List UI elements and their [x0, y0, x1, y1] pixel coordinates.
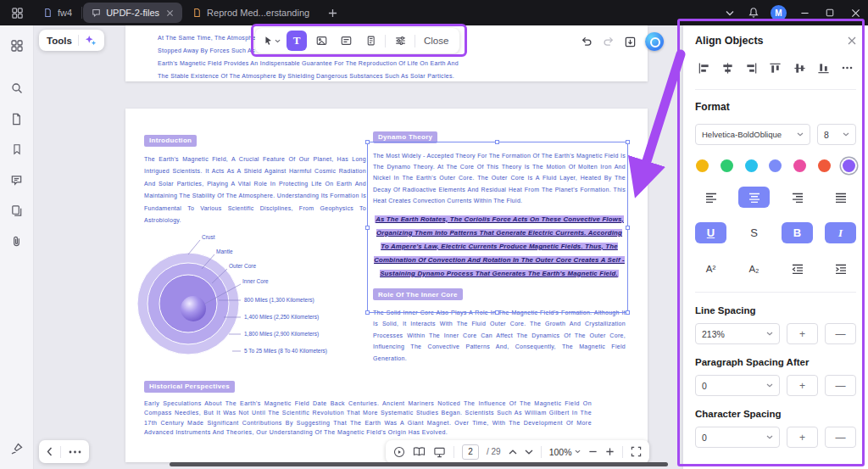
zoom-out-icon[interactable] — [588, 447, 598, 456]
select-tool-button[interactable] — [262, 31, 282, 51]
window-close-button[interactable] — [843, 0, 868, 25]
collapse-chevron-left-icon[interactable] — [47, 447, 53, 456]
text-align-right-button[interactable] — [782, 187, 813, 208]
selection-handle[interactable] — [626, 140, 630, 144]
page-tool-button[interactable] — [360, 31, 381, 51]
comments-icon[interactable] — [5, 168, 29, 192]
selection-handle[interactable] — [626, 226, 630, 230]
character-spacing-decrease-button[interactable]: — — [825, 427, 856, 448]
paragraph-spacing-select[interactable]: 0 — [695, 375, 780, 396]
align-top-icon[interactable] — [767, 59, 784, 76]
subscript-button[interactable]: A₂ — [738, 258, 770, 279]
dynamo-theory-heading[interactable]: Dynamo Theory — [373, 131, 437, 143]
paragraph-spacing-increase-button[interactable]: + — [787, 375, 818, 396]
ai-sparkle-icon[interactable] — [85, 35, 97, 47]
introduction-paragraph[interactable]: The Earth's Magnetic Field, A Crucial Fe… — [144, 154, 366, 227]
strikethrough-button[interactable]: S — [738, 222, 770, 243]
bold-button[interactable]: B — [782, 222, 813, 243]
text-align-center-button[interactable] — [738, 187, 770, 208]
close-edit-mode-button[interactable]: Close — [420, 36, 453, 46]
align-center-horizontal-icon[interactable] — [719, 59, 736, 76]
paragraph-spacing-decrease-button[interactable]: — — [825, 375, 856, 396]
inner-core-heading[interactable]: Role Of The Inner Core — [373, 288, 463, 300]
text-tool-button[interactable]: T — [287, 31, 307, 51]
color-swatch-pink[interactable] — [793, 159, 806, 172]
document-canvas[interactable]: At The Same Time, The Atmosphe Stopped A… — [34, 25, 683, 469]
selection-handle[interactable] — [626, 310, 630, 315]
attachment-paperclip-icon[interactable] — [5, 229, 29, 253]
signature-pen-icon[interactable] — [5, 437, 29, 461]
fit-page-icon[interactable] — [631, 446, 642, 457]
notifications-bell-icon[interactable] — [742, 0, 765, 25]
auto-scroll-play-icon[interactable] — [393, 446, 405, 458]
dynamo-theory-paragraph[interactable]: The Most Widely - Accepted Theory For Th… — [373, 150, 626, 207]
color-swatch-purple-selected[interactable] — [843, 159, 855, 172]
line-spacing-increase-button[interactable]: + — [787, 323, 818, 344]
app-menu-grid-icon[interactable] — [0, 0, 34, 25]
inner-core-paragraph[interactable]: The Solid Inner Core Also Plays A Role I… — [373, 307, 626, 364]
selected-text[interactable]: As The Earth Rotates, The Coriolis Force… — [374, 215, 625, 277]
underline-button[interactable]: U — [695, 222, 726, 243]
link-card-tool-button[interactable] — [336, 31, 356, 51]
color-swatch-orange[interactable] — [818, 159, 831, 172]
more-align-options-icon[interactable] — [839, 59, 856, 76]
font-size-select[interactable]: 8 — [817, 124, 856, 145]
font-family-select[interactable]: Helvetica-BoldOblique — [695, 124, 810, 145]
decrease-indent-button[interactable] — [782, 258, 813, 279]
redo-icon[interactable] — [602, 36, 615, 48]
two-page-view-icon[interactable] — [413, 446, 426, 457]
tools-button[interactable]: Tools — [39, 30, 104, 51]
color-swatch-yellow[interactable] — [696, 159, 709, 172]
historical-paragraph[interactable]: Early Speculations About The Earth's Mag… — [144, 399, 592, 438]
align-bottom-icon[interactable] — [815, 59, 832, 76]
reading-mode-icon[interactable] — [433, 446, 446, 458]
text-align-left-button[interactable] — [695, 187, 726, 208]
save-icon[interactable] — [624, 36, 637, 48]
selection-handle[interactable] — [495, 140, 499, 144]
panel-close-icon[interactable] — [848, 36, 856, 45]
page1-text-line[interactable]: The Stable Existence Of The Atmosphere B… — [158, 70, 648, 82]
align-middle-vertical-icon[interactable] — [791, 59, 808, 76]
current-page-input[interactable]: 2 — [462, 444, 479, 460]
text-align-justify-button[interactable] — [825, 187, 856, 208]
character-spacing-increase-button[interactable]: + — [787, 427, 818, 448]
tab-updf-2-files[interactable]: UPDF-2-files — [83, 3, 182, 23]
align-right-icon[interactable] — [743, 59, 760, 76]
updf-ai-button[interactable] — [645, 32, 664, 51]
color-swatch-green[interactable] — [721, 159, 733, 172]
zoom-in-icon[interactable] — [605, 447, 615, 456]
user-avatar[interactable]: M — [771, 5, 787, 21]
horizontal-scrollbar[interactable] — [170, 462, 668, 466]
new-tab-button[interactable] — [321, 3, 343, 23]
apps-grid-icon[interactable] — [5, 34, 29, 58]
character-spacing-select[interactable]: 0 — [695, 427, 780, 448]
image-tool-button[interactable] — [311, 31, 331, 51]
window-maximize-button[interactable] — [817, 0, 843, 25]
search-icon[interactable] — [5, 76, 29, 100]
zoom-level-select[interactable]: 100% — [549, 447, 581, 457]
line-spacing-select[interactable]: 213% — [695, 323, 780, 344]
historical-heading[interactable]: Historical Perspectives — [144, 381, 235, 393]
pages-stack-icon[interactable] — [5, 198, 29, 222]
align-left-icon[interactable] — [695, 59, 712, 76]
italic-button[interactable]: I — [825, 222, 856, 243]
undo-icon[interactable] — [580, 36, 593, 48]
next-page-chevron-down-icon[interactable] — [525, 449, 533, 455]
tab-close-icon[interactable] — [166, 9, 174, 17]
tab-reprod-med[interactable]: Reprod Med...erstanding — [184, 3, 318, 23]
selected-text-block[interactable]: As The Earth Rotates, The Coriolis Force… — [373, 211, 626, 279]
color-swatch-cyan[interactable] — [745, 159, 758, 172]
introduction-heading[interactable]: Introduction — [144, 135, 197, 147]
page-thumbnails-icon[interactable] — [5, 107, 29, 131]
increase-indent-button[interactable] — [825, 258, 856, 279]
properties-sliders-icon[interactable] — [390, 31, 410, 51]
tab-fw4[interactable]: fw4 — [35, 3, 81, 23]
superscript-button[interactable]: A² — [695, 258, 726, 279]
previous-page-chevron-up-icon[interactable] — [509, 449, 517, 455]
window-minimize-button[interactable] — [792, 0, 817, 25]
chevron-down-icon[interactable] — [718, 0, 742, 25]
bookmark-icon[interactable] — [5, 137, 29, 161]
line-spacing-decrease-button[interactable]: — — [825, 323, 856, 344]
color-swatch-blue[interactable] — [769, 159, 782, 172]
page1-text-line[interactable]: Earth's Magnetic Field Provides An Indis… — [158, 57, 648, 70]
